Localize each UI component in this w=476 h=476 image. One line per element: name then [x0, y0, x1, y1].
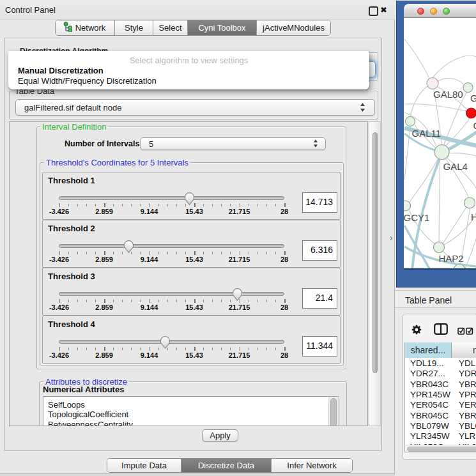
graph-edge	[404, 39, 429, 79]
zoom-traffic-light-icon[interactable]	[443, 8, 450, 15]
table-row[interactable]: YLR345WYLR345W	[405, 431, 476, 441]
vertical-scrollbar[interactable]	[369, 121, 381, 426]
interval-definition-label: Interval Definition	[40, 123, 108, 131]
slider-track[interactable]	[59, 196, 284, 200]
table-row[interactable]: YDR27...YDR277C	[405, 368, 476, 378]
minimize-traffic-light-icon[interactable]	[430, 8, 437, 15]
table-row[interactable]: YPR145WYPR145W	[405, 389, 476, 399]
graph-node-label: GAL80	[433, 88, 463, 99]
numerical-attributes-list[interactable]: SelfLoopsTopologicalCoefficientBetweenne…	[43, 396, 339, 426]
slider-thumb[interactable]	[185, 192, 194, 205]
cell-shared-name: YLR345W	[410, 431, 450, 441]
tab-style[interactable]: Style	[115, 20, 153, 35]
thresholds-group-label: Threshold's Coordinates for 5 Intervals	[44, 158, 190, 167]
threshold-label: Threshold 1	[48, 176, 95, 185]
close-icon[interactable]: ✖	[380, 5, 387, 15]
list-item-betweennesscentrality[interactable]: BetweennessCentrality	[48, 420, 133, 427]
table-panel-header[interactable]: Table Panel	[395, 290, 476, 308]
checkbox-checked-icon[interactable]	[457, 326, 465, 337]
float-window-icon[interactable]	[369, 6, 378, 16]
vertical-scrollbar-thumb[interactable]	[372, 132, 378, 373]
cell-name: YLR345W	[459, 431, 476, 441]
number-of-intervals-select[interactable]: 5	[140, 137, 326, 150]
graph-edge	[410, 86, 427, 117]
slider-thumb[interactable]	[233, 288, 242, 301]
graph-node-hap2[interactable]	[434, 242, 445, 252]
tab-label: Impute Data	[121, 461, 167, 470]
graph-node[interactable]	[427, 77, 438, 89]
graph-node-gcy1[interactable]	[404, 201, 411, 211]
list-scrollbar-thumb[interactable]	[330, 398, 337, 426]
dropdown-item-manual-discretization[interactable]: Manual Discretization	[18, 66, 104, 75]
cell-shared-name: YBR043C	[410, 380, 449, 389]
cell-name: YBR045C	[459, 411, 476, 420]
threshold-label: Threshold 2	[48, 224, 95, 233]
graph-node-gal4[interactable]	[434, 144, 449, 159]
number-of-intervals-value: 5	[149, 139, 153, 149]
slider-thumb[interactable]	[124, 240, 134, 253]
threshold-panel-4: Threshold 4-3.4262.8599.14415.4321.71528…	[42, 316, 341, 364]
graph-node[interactable]	[464, 197, 475, 208]
network-tree-icon	[63, 22, 73, 34]
apply-button[interactable]: Apply	[202, 429, 238, 441]
table-row[interactable]: YBR043CYBR043C	[405, 379, 476, 389]
table-row[interactable]: YBR045CYBR045C	[405, 410, 476, 420]
list-scrollbar[interactable]	[328, 397, 339, 426]
tab-cyni-toolbox[interactable]: Cyni Toolbox	[188, 20, 257, 35]
graph-node[interactable]	[463, 82, 473, 92]
slider-thumb[interactable]	[160, 336, 170, 349]
column-header-shared-name[interactable]: shared...	[405, 342, 452, 358]
slider-track[interactable]	[59, 340, 284, 344]
tab-infer-network[interactable]: Infer Network	[272, 459, 352, 472]
cell-shared-name: YER054C	[410, 400, 449, 410]
close-traffic-light-icon[interactable]	[417, 8, 424, 15]
table-row[interactable]: YER054CYER054C	[405, 399, 476, 410]
threshold-value-field[interactable]: 14.713	[302, 192, 337, 213]
graph-node-label: C	[473, 119, 476, 130]
cell-shared-name: YPR145W	[410, 390, 450, 399]
slider-track[interactable]	[59, 244, 284, 248]
tab-network[interactable]: Network	[56, 20, 115, 35]
horizontal-scrollbar[interactable]	[405, 445, 476, 452]
threshold-value-field[interactable]: 21.4	[302, 288, 337, 309]
slider-scale-label: 28	[280, 351, 288, 359]
tab-impute-data[interactable]: Impute Data	[107, 459, 181, 472]
slider-scale-label: 9.144	[141, 303, 158, 311]
network-window-titlebar[interactable]	[404, 4, 476, 18]
table-row[interactable]: YDL19...YDL194W	[405, 358, 476, 368]
cytoscape-screenshot: Control Panel ✖ NetworkStyleSelectCyni T…	[0, 0, 476, 476]
split-columns-icon[interactable]	[434, 323, 448, 337]
horizontal-scrollbar-thumb[interactable]	[407, 447, 476, 452]
list-item-topologicalcoefficient[interactable]: TopologicalCoefficient	[48, 410, 128, 419]
threshold-value-field[interactable]: 6.316	[302, 240, 337, 261]
table-data-value: galFiltered.sif default node	[24, 103, 121, 112]
control-panel-titlebar[interactable]: Control Panel ✖	[0, 0, 395, 20]
tab-discretize-data[interactable]: Discretize Data	[181, 459, 272, 472]
threshold-value-field[interactable]: 11.344	[302, 336, 337, 357]
cyni-mode-tabs: Impute DataDiscretize DataInfer Network	[107, 458, 353, 473]
dropdown-placeholder-item[interactable]: Select algorithm to view settings	[8, 56, 369, 65]
tab-jactivemnodules[interactable]: jActiveMNodules	[257, 20, 330, 35]
table-rows: YDL19...YDL194WYDR27...YDR277CYBR043CYBR…	[405, 358, 476, 445]
graph-node-gal11[interactable]	[406, 116, 415, 126]
slider-scale-label: 9.144	[141, 208, 158, 215]
tab-label: jActiveMNodules	[263, 23, 325, 33]
dropdown-item-equal-width[interactable]: Equal Width/Frequency Discretization	[18, 76, 157, 86]
table-row[interactable]: YBL079WYBL079W	[405, 420, 476, 431]
list-item-selfloops[interactable]: SelfLoops	[48, 400, 85, 410]
slider-scale-label: 21.715	[229, 256, 250, 263]
settings-scroll-pane: Interval Definition Number of Intervals …	[9, 121, 368, 426]
column-header-name[interactable]: name	[452, 342, 476, 358]
gear-icon[interactable]	[411, 325, 422, 337]
table-panel-card: shared... name YDL19...YDL194WYDR27...YD…	[402, 314, 476, 460]
slider-scale-label: 2.859	[95, 303, 113, 311]
checkbox-checked-icon[interactable]	[466, 326, 473, 337]
table-data-select[interactable]: galFiltered.sif default node	[15, 99, 375, 116]
tab-select[interactable]: Select	[153, 20, 188, 35]
split-pane-collapse-icon[interactable]: ›	[390, 233, 393, 243]
table-header-row: shared... name	[405, 342, 476, 358]
slider-scale-label: -3.426	[49, 208, 69, 215]
graph-node[interactable]	[466, 108, 476, 118]
slider-track[interactable]	[59, 292, 284, 296]
network-canvas[interactable]: GAL80GACGAL11GAL4HGCY1HAP2	[404, 18, 476, 270]
